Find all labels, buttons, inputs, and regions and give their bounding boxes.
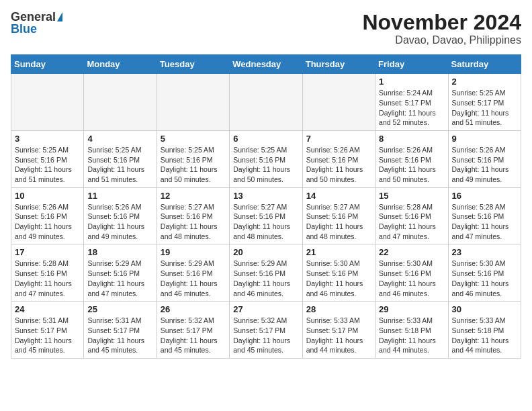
day-number: 10	[15, 191, 80, 201]
day-info: Sunrise: 5:28 AMSunset: 5:16 PMDaylight:…	[379, 202, 444, 242]
calendar-cell	[11, 74, 84, 131]
day-number: 2	[452, 77, 517, 87]
calendar-cell: 11Sunrise: 5:26 AMSunset: 5:16 PMDayligh…	[84, 187, 157, 244]
calendar-cell: 30Sunrise: 5:33 AMSunset: 5:18 PMDayligh…	[448, 302, 521, 359]
calendar-cell: 27Sunrise: 5:32 AMSunset: 5:17 PMDayligh…	[230, 302, 302, 359]
day-number: 14	[306, 191, 371, 201]
day-number: 27	[233, 304, 298, 314]
day-number: 22	[379, 247, 444, 257]
calendar-cell: 19Sunrise: 5:29 AMSunset: 5:16 PMDayligh…	[157, 244, 229, 302]
days-of-week-row: Sunday Monday Tuesday Wednesday Thursday…	[11, 55, 521, 74]
day-info: Sunrise: 5:25 AMSunset: 5:17 PMDaylight:…	[452, 88, 517, 128]
day-info: Sunrise: 5:25 AMSunset: 5:16 PMDaylight:…	[161, 145, 226, 185]
calendar-cell: 25Sunrise: 5:31 AMSunset: 5:17 PMDayligh…	[84, 302, 157, 359]
day-number: 20	[233, 247, 298, 257]
calendar-cell	[230, 74, 302, 131]
day-info: Sunrise: 5:33 AMSunset: 5:18 PMDaylight:…	[452, 316, 517, 355]
calendar-cell: 21Sunrise: 5:30 AMSunset: 5:16 PMDayligh…	[302, 244, 375, 302]
calendar-cell: 16Sunrise: 5:28 AMSunset: 5:16 PMDayligh…	[448, 187, 521, 244]
day-number: 6	[233, 134, 298, 144]
day-number: 4	[87, 134, 152, 144]
calendar-cell: 12Sunrise: 5:27 AMSunset: 5:16 PMDayligh…	[157, 187, 229, 244]
day-info: Sunrise: 5:28 AMSunset: 5:16 PMDaylight:…	[452, 202, 517, 242]
day-info: Sunrise: 5:27 AMSunset: 5:16 PMDaylight:…	[306, 202, 371, 242]
col-monday: Monday	[84, 55, 157, 74]
day-number: 15	[379, 191, 444, 201]
day-info: Sunrise: 5:30 AMSunset: 5:16 PMDaylight:…	[306, 259, 371, 298]
calendar-cell: 28Sunrise: 5:33 AMSunset: 5:17 PMDayligh…	[302, 302, 375, 359]
day-info: Sunrise: 5:26 AMSunset: 5:16 PMDaylight:…	[15, 202, 80, 242]
week-row-1: 3Sunrise: 5:25 AMSunset: 5:16 PMDaylight…	[11, 130, 521, 187]
logo-blue-text: Blue	[11, 23, 37, 35]
day-number: 8	[379, 134, 444, 144]
day-number: 24	[15, 304, 80, 314]
day-info: Sunrise: 5:26 AMSunset: 5:16 PMDaylight:…	[87, 202, 152, 242]
col-saturday: Saturday	[448, 55, 521, 74]
col-tuesday: Tuesday	[157, 55, 229, 74]
day-info: Sunrise: 5:30 AMSunset: 5:16 PMDaylight:…	[379, 259, 444, 298]
day-number: 23	[452, 247, 517, 257]
calendar-cell: 17Sunrise: 5:28 AMSunset: 5:16 PMDayligh…	[11, 244, 84, 302]
week-row-4: 24Sunrise: 5:31 AMSunset: 5:17 PMDayligh…	[11, 302, 521, 359]
calendar-cell: 10Sunrise: 5:26 AMSunset: 5:16 PMDayligh…	[11, 187, 84, 244]
day-info: Sunrise: 5:31 AMSunset: 5:17 PMDaylight:…	[87, 316, 152, 355]
calendar-body: 1Sunrise: 5:24 AMSunset: 5:17 PMDaylight…	[11, 74, 521, 359]
day-info: Sunrise: 5:27 AMSunset: 5:16 PMDaylight:…	[233, 202, 298, 242]
day-number: 5	[161, 134, 226, 144]
day-number: 19	[161, 247, 226, 257]
page-title: November 2024	[362, 11, 521, 34]
week-row-2: 10Sunrise: 5:26 AMSunset: 5:16 PMDayligh…	[11, 187, 521, 244]
day-number: 1	[379, 77, 444, 87]
calendar-cell: 4Sunrise: 5:25 AMSunset: 5:16 PMDaylight…	[84, 130, 157, 187]
day-number: 3	[15, 134, 80, 144]
day-info: Sunrise: 5:30 AMSunset: 5:16 PMDaylight:…	[452, 259, 517, 298]
calendar-cell: 20Sunrise: 5:29 AMSunset: 5:16 PMDayligh…	[230, 244, 302, 302]
page-header: General Blue November 2024 Davao, Davao,…	[11, 11, 521, 46]
logo: General Blue	[11, 11, 62, 35]
col-thursday: Thursday	[302, 55, 375, 74]
day-info: Sunrise: 5:32 AMSunset: 5:17 PMDaylight:…	[161, 316, 226, 355]
day-number: 16	[452, 191, 517, 201]
day-info: Sunrise: 5:32 AMSunset: 5:17 PMDaylight:…	[233, 316, 298, 355]
col-friday: Friday	[375, 55, 448, 74]
day-info: Sunrise: 5:26 AMSunset: 5:16 PMDaylight:…	[452, 145, 517, 185]
day-info: Sunrise: 5:25 AMSunset: 5:16 PMDaylight:…	[233, 145, 298, 185]
day-number: 12	[161, 191, 226, 201]
calendar-cell: 2Sunrise: 5:25 AMSunset: 5:17 PMDaylight…	[448, 74, 521, 131]
day-number: 13	[233, 191, 298, 201]
day-info: Sunrise: 5:28 AMSunset: 5:16 PMDaylight:…	[15, 259, 80, 298]
calendar-header: Sunday Monday Tuesday Wednesday Thursday…	[11, 55, 521, 74]
day-info: Sunrise: 5:26 AMSunset: 5:16 PMDaylight:…	[379, 145, 444, 185]
calendar-cell: 6Sunrise: 5:25 AMSunset: 5:16 PMDaylight…	[230, 130, 302, 187]
day-number: 11	[87, 191, 152, 201]
calendar-cell: 13Sunrise: 5:27 AMSunset: 5:16 PMDayligh…	[230, 187, 302, 244]
day-number: 30	[452, 304, 517, 314]
calendar-cell	[84, 74, 157, 131]
day-info: Sunrise: 5:29 AMSunset: 5:16 PMDaylight:…	[161, 259, 226, 298]
day-number: 26	[161, 304, 226, 314]
calendar-table: Sunday Monday Tuesday Wednesday Thursday…	[11, 54, 521, 359]
logo-general-text: General	[11, 11, 56, 23]
calendar-cell: 7Sunrise: 5:26 AMSunset: 5:16 PMDaylight…	[302, 130, 375, 187]
calendar-cell: 15Sunrise: 5:28 AMSunset: 5:16 PMDayligh…	[375, 187, 448, 244]
calendar-cell: 8Sunrise: 5:26 AMSunset: 5:16 PMDaylight…	[375, 130, 448, 187]
day-number: 18	[87, 247, 152, 257]
calendar-cell	[302, 74, 375, 131]
calendar-cell: 22Sunrise: 5:30 AMSunset: 5:16 PMDayligh…	[375, 244, 448, 302]
calendar-cell: 24Sunrise: 5:31 AMSunset: 5:17 PMDayligh…	[11, 302, 84, 359]
calendar-cell: 1Sunrise: 5:24 AMSunset: 5:17 PMDaylight…	[375, 74, 448, 131]
calendar-cell: 3Sunrise: 5:25 AMSunset: 5:16 PMDaylight…	[11, 130, 84, 187]
day-number: 28	[306, 304, 371, 314]
logo-icon	[57, 12, 62, 21]
week-row-3: 17Sunrise: 5:28 AMSunset: 5:16 PMDayligh…	[11, 244, 521, 302]
day-info: Sunrise: 5:24 AMSunset: 5:17 PMDaylight:…	[379, 88, 444, 128]
day-info: Sunrise: 5:33 AMSunset: 5:17 PMDaylight:…	[306, 316, 371, 355]
day-number: 29	[379, 304, 444, 314]
calendar-cell: 18Sunrise: 5:29 AMSunset: 5:16 PMDayligh…	[84, 244, 157, 302]
day-number: 7	[306, 134, 371, 144]
col-wednesday: Wednesday	[230, 55, 302, 74]
col-sunday: Sunday	[11, 55, 84, 74]
day-info: Sunrise: 5:26 AMSunset: 5:16 PMDaylight:…	[306, 145, 371, 185]
day-info: Sunrise: 5:25 AMSunset: 5:16 PMDaylight:…	[15, 145, 80, 185]
calendar-cell: 9Sunrise: 5:26 AMSunset: 5:16 PMDaylight…	[448, 130, 521, 187]
